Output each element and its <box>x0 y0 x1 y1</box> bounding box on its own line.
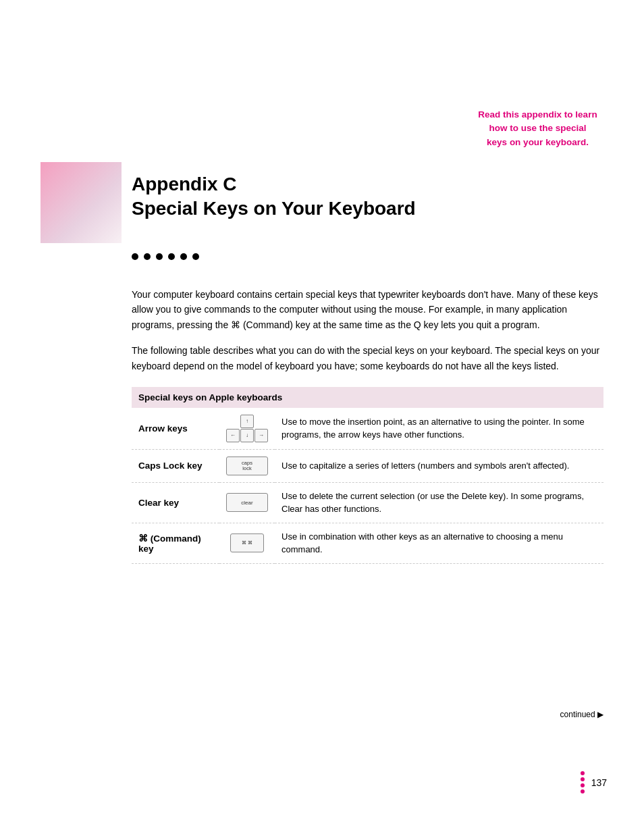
key-name-clear: Clear key <box>132 482 219 523</box>
chapter-title-area: Appendix C Special Keys on Your Keyboard <box>132 172 416 221</box>
decorative-block <box>41 162 122 243</box>
arrow-down-key: ↓ <box>240 429 254 442</box>
page-dot-4 <box>581 789 585 793</box>
callout-line1: Read this appendix to learn <box>478 109 597 120</box>
arrow-key-icon-cell: ↑ ← ↓ → <box>219 408 275 450</box>
dots-decoration <box>132 253 199 260</box>
page-number-area: 137 <box>581 771 607 793</box>
key-desc-clear: Use to delete the current selection (or … <box>275 482 603 523</box>
arrow-up-key: ↑ <box>240 415 254 428</box>
key-name-arrow: Arrow keys <box>132 408 219 450</box>
special-keys-table: Special keys on Apple keyboards Arrow ke… <box>132 387 603 564</box>
table-row: Clear key clear Use to delete the curren… <box>132 482 603 523</box>
page-dot-3 <box>581 783 585 787</box>
intro-paragraph-1: Your computer keyboard contains certain … <box>132 287 603 332</box>
page-number: 137 <box>591 777 607 788</box>
page-dot-2 <box>581 777 585 781</box>
table-row: Arrow keys ↑ ← ↓ → Use to move the inser… <box>132 408 603 450</box>
dot-2 <box>144 253 151 260</box>
table-row: ⌘ (Command) key ⌘ ⌘ Use in combination w… <box>132 523 603 563</box>
command-key-icon: ⌘ ⌘ <box>230 533 264 552</box>
intro-paragraph-2: The following table describes what you c… <box>132 343 603 373</box>
key-name-command: ⌘ (Command) key <box>132 523 219 563</box>
capslock-key-icon: caps lock <box>226 457 268 475</box>
main-content: Your computer keyboard contains certain … <box>132 287 603 564</box>
dot-6 <box>192 253 199 260</box>
capslock-key-icon-cell: caps lock <box>219 449 275 482</box>
table-row: Caps Lock key caps lock Use to capitaliz… <box>132 449 603 482</box>
page-container: Read this appendix to learn how to use t… <box>0 0 644 834</box>
callout-line3: keys on your keyboard. <box>487 137 589 147</box>
clear-key-icon-cell: clear <box>219 482 275 523</box>
dot-1 <box>132 253 138 260</box>
command-key-icon-cell: ⌘ ⌘ <box>219 523 275 563</box>
callout-line2: how to use the special <box>489 123 586 133</box>
chapter-title: Appendix C Special Keys on Your Keyboard <box>132 172 416 221</box>
continued-label: continued ▶ <box>560 710 603 719</box>
key-desc-capslock: Use to capitalize a series of letters (n… <box>275 449 603 482</box>
page-dots <box>581 771 585 793</box>
arrow-keys-icon: ↑ ← ↓ → <box>226 415 268 442</box>
dot-5 <box>180 253 187 260</box>
dot-3 <box>156 253 163 260</box>
table-header-label: Special keys on Apple keyboards <box>132 387 603 408</box>
arrow-right-key: → <box>254 429 268 442</box>
dot-4 <box>168 253 175 260</box>
page-dot-1 <box>581 771 585 775</box>
key-desc-arrow: Use to move the insertion point, as an a… <box>275 408 603 450</box>
key-name-capslock: Caps Lock key <box>132 449 219 482</box>
key-desc-command: Use in combination with other keys as an… <box>275 523 603 563</box>
arrow-left-key: ← <box>226 429 240 442</box>
table-header: Special keys on Apple keyboards <box>132 387 603 408</box>
clear-key-icon: clear <box>226 493 268 512</box>
callout-text: Read this appendix to learn how to use t… <box>472 108 603 149</box>
